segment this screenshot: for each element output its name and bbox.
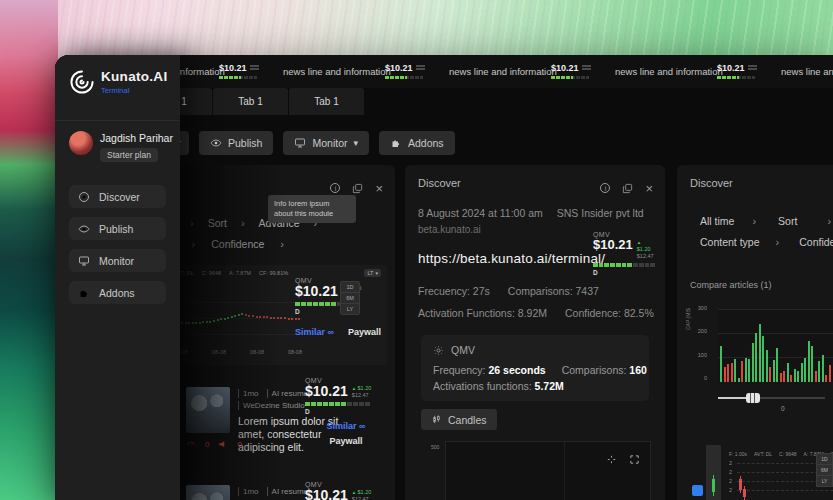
filter-confidence[interactable]: Confidence <box>211 238 264 250</box>
filter-confidence[interactable]: Confidence <box>799 236 833 248</box>
candles-button[interactable]: Candles <box>421 409 497 430</box>
candles-button-label: Candles <box>448 414 487 426</box>
qmv-change: $1.20 <box>637 239 655 253</box>
chevron-right-icon <box>190 217 194 229</box>
popout-icon[interactable] <box>622 183 633 194</box>
publish-button-label: Publish <box>228 137 262 149</box>
sidebar-item-label: Addons <box>99 287 135 299</box>
sidebar-item-monitor[interactable]: Monitor <box>69 249 166 272</box>
act-label: Activations functions: <box>433 380 532 392</box>
similar-link[interactable]: Similar <box>295 327 334 337</box>
fullscreen-icon[interactable] <box>629 454 640 465</box>
stat-cf: CF: 99.81% <box>259 270 288 276</box>
timeframe-option[interactable]: LY <box>817 476 832 486</box>
x-axis-labels: 08-08 08-08 08-08 08-08 <box>174 349 302 355</box>
ticker-progress-bar <box>551 76 589 79</box>
close-icon[interactable] <box>645 179 653 197</box>
article-url[interactable]: https://beta.kunato.ai/terminal/ <box>418 251 605 266</box>
x-tick: 08-08 <box>288 349 302 355</box>
popout-icon[interactable] <box>352 183 363 194</box>
chevron-right-icon <box>827 215 831 227</box>
green-candle <box>712 479 715 492</box>
sidebar-item-label: Discover <box>99 191 140 203</box>
article-card[interactable]: 1mo AI resume QMV $10.21 $1.20 $12.47 <box>186 477 387 500</box>
metric-activation: Activation Functions: 8.92M <box>418 307 547 319</box>
qmv-change: $1.20 <box>352 385 371 392</box>
metrics-row-2: Activation Functions: 8.92MConfidence: 8… <box>418 307 654 319</box>
candles-icon <box>431 414 442 425</box>
ticker-item: news line and information $10.21 <box>449 64 593 79</box>
brand-name: Kunato.AI <box>101 69 167 84</box>
article-reactions: 0 0 <box>186 439 242 449</box>
similar-link[interactable]: Similar <box>327 421 366 431</box>
bar-chart-y-label: CAP (M)$ <box>685 308 691 330</box>
tab-2[interactable]: Tab 1 <box>213 88 288 115</box>
timeframe-dropdown[interactable]: LT <box>364 269 381 277</box>
timeframe-option[interactable]: 1D <box>341 282 359 293</box>
paywall-link[interactable]: Paywall <box>348 327 381 337</box>
monitor-button[interactable]: Monitor <box>283 131 369 155</box>
stat-a: A: 7.87M <box>229 270 251 276</box>
timeframe-option[interactable]: 6M <box>817 465 832 476</box>
chart-y-tick: 500 <box>431 444 439 450</box>
y-tick: 0 <box>691 375 707 381</box>
timeframe-option[interactable]: LY <box>341 304 359 314</box>
qmv-price: $10.21 <box>305 384 348 399</box>
gauge-icon[interactable] <box>186 439 196 449</box>
gear-icon[interactable] <box>433 345 444 356</box>
chevron-down-icon <box>375 270 378 276</box>
eye-icon <box>78 223 90 235</box>
paywall-link[interactable]: Paywall <box>329 436 362 446</box>
chevron-right-icon <box>752 215 756 227</box>
article-card[interactable]: 1mo AI resume WeDezine Studio Lorem ipsu… <box>186 375 387 481</box>
info-icon[interactable] <box>330 183 340 193</box>
megaphone-icon[interactable] <box>218 439 228 449</box>
kunato-logo-icon <box>69 69 95 95</box>
mini-timeframe-menu: 1D 6M LY <box>816 453 833 487</box>
compass-icon <box>78 191 90 203</box>
panel3-title: Discover <box>690 177 733 189</box>
close-icon[interactable] <box>375 179 383 197</box>
user-name: Jagdish Parihar <box>100 132 173 144</box>
qmv-block: QMV $10.21 $1.20 $12.47 D Similar Paywal… <box>305 377 387 446</box>
brand-subtitle: Terminal <box>101 86 167 95</box>
qmv-box-title: QMV <box>451 344 475 356</box>
chart-gridline <box>564 442 565 500</box>
ticker-price: $10.21 <box>385 64 413 73</box>
addons-button[interactable]: Addons <box>379 131 455 155</box>
timeframe-selected: LT <box>367 270 373 276</box>
info-icon[interactable] <box>600 183 610 193</box>
slider-handle[interactable] <box>746 393 760 403</box>
gridline <box>174 318 302 319</box>
sidebar-item-publish[interactable]: Publish <box>69 217 166 240</box>
filter-sort[interactable]: Sort <box>778 215 797 227</box>
sidebar-item-addons[interactable]: Addons <box>69 281 166 304</box>
range-slider <box>718 393 825 403</box>
ticker-price: $10.21 <box>219 64 247 73</box>
sidebar-item-discover[interactable]: Discover <box>69 185 166 208</box>
panel-discover-compare: Discover All time Sort Content type Conf… <box>677 165 833 500</box>
qmv-price: $10.21 <box>295 284 338 299</box>
user-profile[interactable]: Jagdish Parihar Starter plan <box>69 131 173 162</box>
brand-block: Kunato.AI Terminal <box>69 69 167 95</box>
timeframe-option[interactable]: 6M <box>341 293 359 304</box>
metric-comparisons: Comparisons: 7437 <box>508 285 599 297</box>
compare-checkbox[interactable] <box>692 485 703 496</box>
infinity-icon <box>328 327 334 337</box>
qmv-unit: D <box>305 408 387 415</box>
filter-sort[interactable]: Sort <box>208 217 227 229</box>
chevron-right-icon <box>192 238 196 250</box>
timeframe-option[interactable]: 1D <box>817 454 832 465</box>
publish-button[interactable]: Publish <box>199 131 273 155</box>
tab-3[interactable]: Tab 1 <box>289 88 364 115</box>
article-domain: beta.kunato.ai <box>418 224 481 235</box>
plan-badge: Starter plan <box>100 148 158 162</box>
crosshair-icon[interactable] <box>606 454 617 465</box>
x-tick: 08-08 <box>212 349 226 355</box>
ticker-price: $10.21 <box>717 64 745 73</box>
panel3-filter-row-1: All time Sort <box>700 215 831 227</box>
filter-all-time[interactable]: All time <box>700 215 734 227</box>
filter-content-type[interactable]: Content type <box>700 236 760 248</box>
stat-c: C: 9648 <box>202 270 221 276</box>
article-source-row: WeDezine Studio <box>238 401 305 410</box>
